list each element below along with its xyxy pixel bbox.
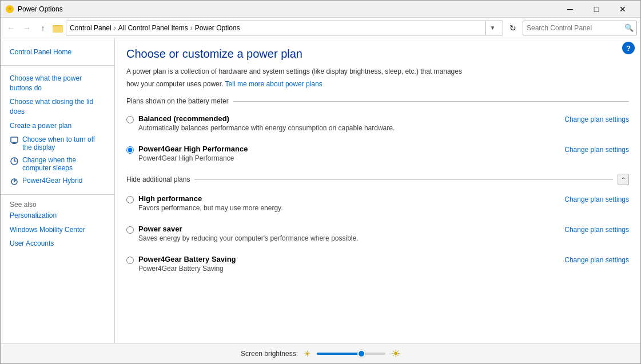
sidebar-item-power-buttons[interactable]: Choose what the power buttons do [1, 71, 114, 95]
content-title: Choose or customize a power plan [126, 47, 629, 61]
sidebar-label-computer-sleeps: Change when the computer sleeps [22, 156, 105, 172]
learn-more-link[interactable]: Tell me more about power plans [225, 80, 323, 88]
sidebar: Control Panel Home Choose what the power… [1, 38, 115, 364]
plan-desc-power4gear-battery: Power4Gear Battery Saving [138, 265, 236, 273]
change-link-power4gear-high[interactable]: Change plan settings [564, 145, 629, 154]
maximize-button[interactable]: □ [583, 1, 610, 18]
plan-radio-power4gear-battery[interactable] [126, 257, 134, 264]
plan-item-power4gear-battery: Power4Gear Battery Saving Power4Gear Bat… [126, 251, 629, 276]
power4gear-icon [10, 177, 19, 186]
change-link-power-saver[interactable]: Change plan settings [564, 225, 629, 234]
refresh-button[interactable]: ↻ [505, 21, 520, 35]
plan-name-power4gear-high: Power4Gear High Performance [138, 145, 248, 153]
plan-item-balanced: Balanced (recommended) Automatically bal… [126, 111, 629, 135]
sidebar-item-turn-off-display[interactable]: Choose when to turn off the display [1, 133, 114, 154]
address-path[interactable]: Control Panel › All Control Panel Items … [66, 21, 503, 35]
section-divider [233, 101, 629, 102]
plan-radio-power4gear-high[interactable] [126, 146, 134, 154]
search-button[interactable]: 🔍 [622, 21, 636, 35]
plan-item-power-saver: Power saver Saves energy by reducing you… [126, 221, 629, 246]
main-container: Control Panel Home Choose what the power… [1, 38, 640, 364]
plan-radio-power-saver[interactable] [126, 226, 134, 234]
plan-radio-balanced[interactable] [126, 116, 134, 123]
sidebar-item-create-plan[interactable]: Create a power plan [1, 119, 114, 133]
up-button[interactable]: ↑ [36, 21, 50, 35]
sidebar-label-turn-off-display: Choose when to turn off the display [22, 135, 105, 151]
forward-button[interactable]: → [20, 21, 34, 35]
app-icon [5, 5, 14, 14]
section-label-battery: Plans shown on the battery meter [126, 97, 229, 105]
change-link-power4gear-battery[interactable]: Change plan settings [564, 255, 629, 264]
back-button[interactable]: ← [4, 21, 18, 35]
change-link-balanced[interactable]: Change plan settings [564, 114, 629, 123]
svg-rect-3 [11, 137, 18, 142]
window-controls: ─ □ ✕ [557, 1, 636, 18]
plan-desc-power-saver: Saves energy by reducing your computer's… [138, 234, 359, 242]
plan-item-power4gear-high: Power4Gear High Performance Power4Gear H… [126, 141, 629, 166]
sidebar-item-computer-sleeps[interactable]: Change when the computer sleeps [1, 154, 114, 174]
hide-section-header: Hide additional plans ⌃ [126, 174, 629, 185]
brightness-thumb[interactable] [357, 350, 365, 358]
sidebar-link-home[interactable]: Control Panel Home [1, 45, 114, 59]
sidebar-item-power4gear[interactable]: Power4Gear Hybrid [1, 174, 114, 189]
content-desc-2-text: how your computer uses power. [126, 80, 223, 88]
svg-rect-2 [53, 26, 63, 33]
sun-small-icon: ☀ [304, 349, 311, 358]
sleep-icon [10, 157, 19, 166]
path-control-panel: Control Panel [70, 24, 112, 32]
help-button[interactable]: ? [622, 42, 635, 54]
sidebar-item-closing-lid[interactable]: Choose what closing the lid does [1, 95, 114, 119]
plan-name-power-saver: Power saver [138, 225, 359, 233]
plans-section: Plans shown on the battery meter Balance… [126, 97, 629, 276]
brightness-label: Screen brightness: [241, 350, 298, 358]
sidebar-divider-1 [1, 65, 114, 66]
sidebar-item-mobility-center[interactable]: Windows Mobility Center [1, 223, 114, 237]
plan-radio-high-perf[interactable] [126, 196, 134, 203]
content-area: Choose or customize a power plan A power… [115, 38, 640, 364]
plan-desc-high-perf: Favors performance, but may use more ene… [138, 204, 283, 212]
brightness-track-fill [317, 353, 361, 355]
path-power-options: Power Options [195, 24, 240, 32]
plan-name-power4gear-battery: Power4Gear Battery Saving [138, 255, 236, 263]
plan-desc-balanced: Automatically balances performance with … [138, 124, 395, 132]
hide-label: Hide additional plans [126, 175, 190, 183]
see-also-label: See also [1, 198, 46, 211]
plan-name-balanced: Balanced (recommended) [138, 114, 395, 123]
monitor-icon [10, 136, 19, 145]
svg-rect-5 [12, 143, 17, 144]
sun-large-icon: ☀ [391, 347, 400, 360]
sidebar-divider-2 [1, 194, 114, 195]
content-desc-1: A power plan is a collection of hardware… [126, 66, 629, 77]
plan-item-high-perf: High performance Favors performance, but… [126, 191, 629, 215]
svg-rect-4 [13, 142, 15, 143]
plan-name-high-perf: High performance [138, 194, 283, 203]
search-input[interactable] [523, 24, 622, 32]
search-box: 🔍 [523, 21, 637, 35]
hide-divider [194, 179, 613, 180]
section-header-battery: Plans shown on the battery meter [126, 97, 629, 105]
collapse-button[interactable]: ⌃ [618, 174, 629, 185]
plan-desc-power4gear-high: Power4Gear High Performance [138, 154, 248, 162]
address-bar: ← → ↑ Control Panel › All Control Panel … [1, 18, 640, 38]
minimize-button[interactable]: ─ [557, 1, 583, 18]
window-title: Power Options [18, 5, 63, 13]
address-dropdown[interactable]: ▼ [485, 21, 499, 35]
sidebar-label-power4gear: Power4Gear Hybrid [22, 177, 82, 185]
brightness-bar: Screen brightness: ☀ ☀ [1, 343, 640, 363]
title-bar: Power Options ─ □ ✕ [1, 1, 640, 18]
close-button[interactable]: ✕ [610, 1, 636, 18]
sidebar-item-personalization[interactable]: Personalization [1, 209, 114, 223]
path-all-items: All Control Panel Items [118, 24, 188, 32]
content-desc-2: how your computer uses power. Tell me mo… [126, 79, 629, 89]
folder-icon [52, 22, 63, 34]
sidebar-item-user-accounts[interactable]: User Accounts [1, 237, 114, 251]
brightness-slider[interactable] [317, 353, 385, 355]
change-link-high-perf[interactable]: Change plan settings [564, 194, 629, 203]
